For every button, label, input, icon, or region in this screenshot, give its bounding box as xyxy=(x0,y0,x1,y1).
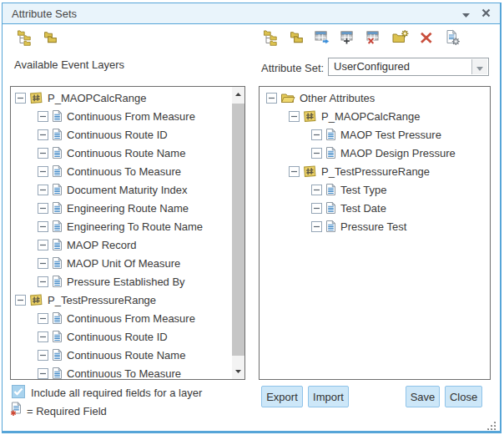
field-icon xyxy=(52,256,63,270)
required-field-legend: = Required Field xyxy=(27,405,107,417)
toolbar-button-table-export[interactable] xyxy=(315,31,331,48)
tree-item[interactable]: Pressure Test xyxy=(260,217,490,235)
tree-item[interactable]: Continuous To Measure xyxy=(11,364,244,380)
attribute-set-dropdown[interactable]: UserConfigured xyxy=(328,58,489,76)
tree-collapse-toggle[interactable] xyxy=(38,148,48,159)
attribute-set-label: Attribute Set: xyxy=(261,62,324,74)
toolbar-button-folder-gear[interactable] xyxy=(392,31,409,48)
table-export-icon xyxy=(315,29,331,49)
tree-item[interactable]: Continuous To Measure xyxy=(11,162,244,180)
save-button[interactable]: Save xyxy=(406,386,440,407)
tree-item[interactable]: Continuous Route ID xyxy=(11,125,244,144)
include-required-checkbox[interactable] xyxy=(12,385,25,398)
tree-collapse-toggle[interactable] xyxy=(38,276,48,287)
tree-collapse-toggle[interactable] xyxy=(15,93,26,104)
tree-item-label: Pressure Test xyxy=(340,220,406,233)
tree-collapse-toggle[interactable] xyxy=(38,166,48,177)
tree-collapse-toggle[interactable] xyxy=(266,93,277,104)
toolbar-button-tree-folders[interactable] xyxy=(17,31,33,48)
tree-item[interactable]: P_TestPressureRange xyxy=(260,162,490,180)
tree-collapse-toggle[interactable] xyxy=(38,313,48,324)
attribute-set-panel: Other AttributesP_MAOPCalcRangeMAOP Test… xyxy=(259,86,491,380)
scroll-down-button[interactable] xyxy=(232,366,244,377)
tree-item[interactable]: Test Type xyxy=(260,180,490,199)
tree-item[interactable]: MAOP Unit Of Measure xyxy=(11,254,244,272)
toolbar-button-folders[interactable] xyxy=(43,31,59,48)
tree-collapse-toggle[interactable] xyxy=(38,258,48,269)
field-icon xyxy=(325,146,336,159)
chevron-down-icon xyxy=(476,59,483,74)
delete-x-icon xyxy=(418,29,435,49)
tree-collapse-toggle[interactable] xyxy=(289,166,300,177)
tree-collapse-toggle[interactable] xyxy=(311,221,322,232)
collapse-button[interactable] xyxy=(459,3,473,23)
toolbar-button-tree-folders[interactable] xyxy=(263,31,280,48)
tree-item[interactable]: Document Maturity Index xyxy=(11,180,244,199)
tree-item[interactable]: Engineering To Route Name xyxy=(11,217,244,235)
close-dialog-button[interactable]: Close xyxy=(445,386,482,407)
close-icon xyxy=(481,6,491,21)
field-icon xyxy=(52,311,63,325)
tree-item-label: Engineering Route Name xyxy=(67,202,189,215)
tree-collapse-toggle[interactable] xyxy=(38,240,48,250)
toolbar-button-table-remove[interactable] xyxy=(366,31,383,48)
tree-item[interactable]: MAOP Design Pressure xyxy=(260,144,490,162)
field-icon xyxy=(52,146,63,159)
tree-collapse-toggle[interactable] xyxy=(289,111,300,122)
tree-item-label: P_MAOPCalcRange xyxy=(321,110,421,123)
tree-item[interactable]: Continuous From Measure xyxy=(11,309,244,327)
attribute-set-value: UserConfigured xyxy=(334,58,410,75)
tree-item[interactable]: Continuous Route Name xyxy=(11,144,244,162)
tree-collapse-toggle[interactable] xyxy=(311,203,322,214)
tree-collapse-toggle[interactable] xyxy=(38,185,48,195)
tree-item-label: Test Date xyxy=(340,202,386,215)
field-icon xyxy=(52,275,63,288)
tree-item-label: Continuous Route ID xyxy=(67,331,168,343)
toolbar-button-table-add[interactable] xyxy=(340,31,357,48)
tree-collapse-toggle[interactable] xyxy=(38,350,48,361)
tree-item[interactable]: P_MAOPCalcRange xyxy=(260,107,490,125)
tree-item-label: P_MAOPCalcRange xyxy=(48,92,147,104)
tree-item-label: MAOP Record xyxy=(67,239,137,251)
toolbar-button-document-gear[interactable] xyxy=(444,31,461,48)
resize-grip[interactable] xyxy=(487,419,496,428)
table-add-icon xyxy=(340,29,357,49)
scroll-thumb[interactable] xyxy=(232,104,244,356)
toolbar-right-group xyxy=(263,31,461,48)
tree-item[interactable]: Continuous Route ID xyxy=(11,327,244,346)
tree-collapse-toggle[interactable] xyxy=(311,129,322,140)
tree-collapse-toggle[interactable] xyxy=(38,368,48,379)
tree-collapse-toggle[interactable] xyxy=(311,148,322,159)
tree-item[interactable]: P_MAOPCalcRange xyxy=(11,89,244,107)
import-button[interactable]: Import xyxy=(308,386,349,407)
toolbar-button-delete-x[interactable] xyxy=(418,31,435,48)
tree-collapse-toggle[interactable] xyxy=(38,331,48,342)
tree-collapse-toggle[interactable] xyxy=(311,185,322,195)
tree-item[interactable]: Engineering Route Name xyxy=(11,199,244,217)
tree-collapse-toggle[interactable] xyxy=(38,111,48,122)
dropdown-arrow-button[interactable] xyxy=(471,59,487,74)
scrollbar[interactable] xyxy=(232,87,244,379)
tree-item[interactable]: Continuous Route Name xyxy=(11,346,244,364)
tree-item[interactable]: Pressure Established By xyxy=(11,272,244,291)
tree-collapse-toggle[interactable] xyxy=(15,295,26,306)
folders-icon xyxy=(289,29,305,49)
table-remove-icon xyxy=(366,29,383,49)
tree-collapse-toggle[interactable] xyxy=(38,203,48,214)
tree-item[interactable]: MAOP Test Pressure xyxy=(260,125,490,144)
tree-collapse-toggle[interactable] xyxy=(38,221,48,232)
scroll-up-button[interactable] xyxy=(232,89,244,100)
tree-item[interactable]: Other Attributes xyxy=(260,89,490,107)
available-layers-tree: P_MAOPCalcRangeContinuous From MeasureCo… xyxy=(11,89,244,380)
tree-item[interactable]: Test Date xyxy=(260,199,490,217)
export-button[interactable]: Export xyxy=(261,386,303,407)
tree-item-label: Continuous From Measure xyxy=(67,110,195,123)
close-button[interactable] xyxy=(479,3,493,23)
field-icon xyxy=(325,201,336,215)
tree-item-label: Continuous Route ID xyxy=(67,129,168,141)
toolbar-button-folders[interactable] xyxy=(289,31,305,48)
tree-collapse-toggle[interactable] xyxy=(38,129,48,140)
tree-item[interactable]: MAOP Record xyxy=(11,235,244,254)
tree-item[interactable]: P_TestPressureRange xyxy=(11,291,244,309)
tree-item[interactable]: Continuous From Measure xyxy=(11,107,244,125)
